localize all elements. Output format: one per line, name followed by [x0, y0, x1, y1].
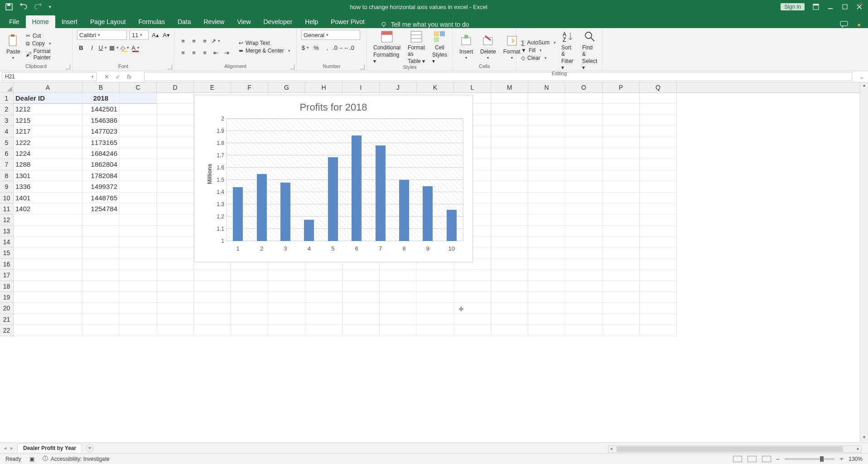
cell[interactable]: 1254784 — [82, 203, 120, 214]
cell[interactable]: Dealer ID — [14, 93, 82, 104]
cell[interactable] — [157, 247, 194, 258]
tell-me-search[interactable]: Tell me what you want to do — [371, 21, 469, 28]
cell[interactable] — [603, 303, 640, 314]
cell[interactable] — [82, 325, 120, 336]
select-all-button[interactable] — [0, 82, 14, 92]
cell[interactable] — [565, 237, 603, 247]
cell[interactable]: 1217 — [14, 126, 82, 137]
chart-bar[interactable] — [280, 183, 290, 241]
cell[interactable] — [603, 259, 640, 270]
cell[interactable] — [120, 226, 157, 237]
cell[interactable] — [120, 104, 157, 115]
cell[interactable] — [528, 314, 565, 325]
cell[interactable] — [491, 115, 528, 126]
cell[interactable]: 1684246 — [82, 148, 120, 159]
cell[interactable] — [565, 170, 603, 181]
cell[interactable]: 1442501 — [82, 104, 120, 115]
tab-home[interactable]: Home — [26, 15, 55, 28]
font-launcher[interactable] — [168, 65, 172, 69]
zoom-in-icon[interactable]: + — [840, 456, 843, 462]
cell[interactable] — [491, 104, 528, 115]
cell[interactable] — [491, 203, 528, 214]
cell[interactable] — [528, 303, 565, 314]
tab-review[interactable]: Review — [198, 15, 231, 28]
cell[interactable] — [82, 214, 120, 225]
cell[interactable] — [305, 325, 342, 336]
qat-dropdown-icon[interactable]: ▾ — [49, 5, 51, 9]
chart-object[interactable]: Profits for 2018 Millions 11.11.21.31.41… — [194, 95, 473, 262]
cell[interactable]: 1173165 — [82, 137, 120, 148]
cell[interactable] — [231, 281, 268, 292]
number-format-select[interactable]: General — [301, 30, 360, 40]
cell[interactable] — [194, 314, 231, 325]
cell[interactable] — [565, 303, 603, 314]
cell-styles-button[interactable]: CellStyles ▾ — [430, 30, 449, 64]
row-header[interactable]: 16 — [0, 259, 14, 270]
cell[interactable] — [528, 115, 565, 126]
new-sheet-button[interactable]: + — [86, 444, 94, 452]
cell[interactable] — [603, 148, 640, 159]
cell[interactable] — [565, 259, 603, 270]
cell[interactable] — [380, 281, 417, 292]
cell[interactable] — [14, 214, 82, 225]
cell[interactable] — [454, 314, 491, 325]
cell[interactable]: 1448765 — [82, 193, 120, 203]
cell[interactable] — [491, 93, 528, 104]
cell[interactable] — [491, 259, 528, 270]
cell[interactable] — [603, 193, 640, 203]
cell[interactable] — [82, 259, 120, 270]
cell[interactable] — [528, 281, 565, 292]
tab-page-layout[interactable]: Page Layout — [84, 15, 132, 28]
cell[interactable]: 1401 — [14, 193, 82, 203]
cell[interactable] — [528, 137, 565, 148]
row-header[interactable]: 18 — [0, 281, 14, 292]
cell[interactable] — [565, 214, 603, 225]
cell[interactable] — [342, 281, 380, 292]
cell[interactable] — [491, 226, 528, 237]
increase-indent-icon[interactable]: ⇥ — [222, 48, 231, 57]
increase-decimal-icon[interactable]: .0→ — [334, 44, 342, 52]
align-middle-icon[interactable]: ≡ — [190, 37, 198, 45]
cell[interactable] — [82, 270, 120, 280]
column-header[interactable]: J — [380, 82, 417, 92]
cell[interactable] — [157, 226, 194, 237]
cell[interactable] — [231, 270, 268, 280]
cell[interactable] — [14, 281, 82, 292]
cell[interactable]: 1336 — [14, 181, 82, 192]
cell[interactable] — [565, 193, 603, 203]
column-header[interactable]: B — [82, 82, 120, 92]
row-header[interactable]: 19 — [0, 292, 14, 303]
cell[interactable] — [82, 281, 120, 292]
cell[interactable] — [565, 247, 603, 258]
ribbon-display-icon[interactable] — [813, 4, 819, 10]
row-header[interactable]: 14 — [0, 237, 14, 247]
cell[interactable] — [565, 115, 603, 126]
undo-icon[interactable] — [20, 3, 27, 10]
cell[interactable] — [157, 237, 194, 247]
row-header[interactable]: 22 — [0, 325, 14, 336]
decrease-decimal-icon[interactable]: ←.0 — [345, 44, 353, 52]
cell[interactable] — [603, 226, 640, 237]
cell[interactable] — [640, 226, 677, 237]
row-header[interactable]: 12 — [0, 214, 14, 225]
cell[interactable] — [603, 247, 640, 258]
font-color-button[interactable]: A — [131, 44, 140, 52]
align-center-icon[interactable]: ≡ — [190, 48, 198, 57]
row-header[interactable]: 6 — [0, 148, 14, 159]
chart-bar[interactable] — [399, 180, 409, 241]
cell[interactable] — [491, 181, 528, 192]
cell[interactable] — [454, 281, 491, 292]
chart-bar[interactable] — [304, 220, 314, 241]
format-painter-button[interactable]: 🖌Format Painter — [26, 48, 68, 61]
cell[interactable] — [491, 214, 528, 225]
cell[interactable] — [640, 325, 677, 336]
column-header[interactable]: I — [342, 82, 380, 92]
cell[interactable] — [120, 247, 157, 258]
cell[interactable] — [603, 170, 640, 181]
cell[interactable] — [14, 270, 82, 280]
comma-format-icon[interactable]: , — [323, 44, 331, 52]
cell[interactable] — [640, 170, 677, 181]
row-header[interactable]: 21 — [0, 314, 14, 325]
cell[interactable] — [157, 181, 194, 192]
cell[interactable] — [14, 314, 82, 325]
